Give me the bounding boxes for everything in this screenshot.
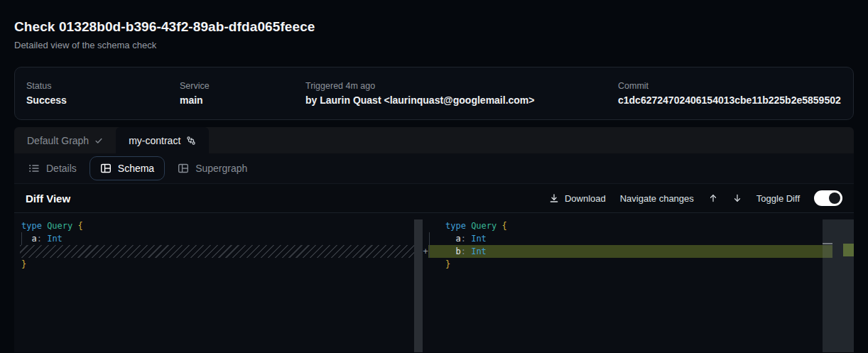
tab-my-contract[interactable]: my-contract [116,127,209,153]
download-icon [549,193,559,203]
right-pane-scrollbar[interactable] [823,219,854,352]
toggle-diff-label: Toggle Diff [756,193,800,204]
service-value: main [180,94,305,106]
schema-diff-editor[interactable]: type Query { a: Int} type Query { a: Int… [14,213,854,352]
tab-default-graph-label: Default Graph [27,135,89,146]
tab-my-contract-label: my-contract [129,135,180,146]
scrollbar-slider-tick [823,243,832,244]
tab-schema[interactable]: Schema [89,156,165,180]
diff-view-title: Diff View [26,192,70,205]
contract-tab-strip: Default Graph my-contract [14,127,854,153]
check-icon [94,136,103,145]
triggered-field: Triggered 4m ago by Laurin Quast <laurin… [305,81,618,106]
git-compare-icon [186,136,196,146]
page-header: Check 01328b0d-b396-43f2-89ab-dfda065fee… [0,0,868,50]
tab-default-graph[interactable]: Default Graph [14,127,116,153]
triggered-value: by Laurin Quast <laurinquast@googlemail.… [305,94,618,106]
status-value: Success [26,94,180,106]
tab-supergraph[interactable]: Supergraph [175,163,250,174]
added-line-overview-marker [843,244,854,256]
diff-section: Diff View Download Navigate changes [14,183,854,352]
check-summary-card: Status Success Service main Triggered 4m… [14,67,854,120]
added-line-plus-indicator: + [421,245,430,258]
tab-schema-label: Schema [118,163,154,174]
status-field: Status Success [26,81,180,106]
tab-supergraph-label: Supergraph [195,163,247,174]
list-icon [28,163,40,174]
commit-value: c1dc62724702406154013cbe11b225b2e5859502 [618,94,842,106]
triggered-label: Triggered 4m ago [305,81,618,91]
diff-toolbar: Download Navigate changes Toggle Diff [549,190,842,206]
status-label: Status [26,81,180,91]
previous-change-button[interactable] [708,193,718,203]
left-pane-scrollbar[interactable] [414,219,423,352]
navigate-changes-label: Navigate changes [620,193,694,204]
page-title: Check 01328b0d-b396-43f2-89ab-dfda065fee… [14,19,854,35]
arrow-down-icon [732,193,742,203]
service-label: Service [180,81,305,91]
next-change-button[interactable] [732,193,742,203]
diff-pane-after: type Query { a: Int b: Int} [428,219,854,271]
check-detail-panel: Details Schema Supergraph Diff View [14,153,854,352]
diff-pane-before: type Query { a: Int} [14,219,414,271]
layout-columns-icon [100,163,112,174]
indent-guide [21,232,22,245]
toggle-knob [829,192,840,204]
commit-label: Commit [618,81,842,91]
commit-field: Commit c1dc62724702406154013cbe11b225b2e… [618,81,842,106]
view-tabs: Details Schema Supergraph [14,153,854,183]
layout-columns-icon [178,163,189,174]
tab-details[interactable]: Details [26,163,80,174]
download-button[interactable]: Download [549,193,606,204]
service-field: Service main [180,81,305,106]
diff-header: Diff View Download Navigate changes [14,184,854,213]
page-subtitle: Detailed view of the schema check [14,40,854,50]
tab-details-label: Details [46,163,77,174]
download-label: Download [565,193,606,204]
arrow-up-icon [708,193,718,203]
toggle-diff-switch[interactable] [814,190,842,206]
